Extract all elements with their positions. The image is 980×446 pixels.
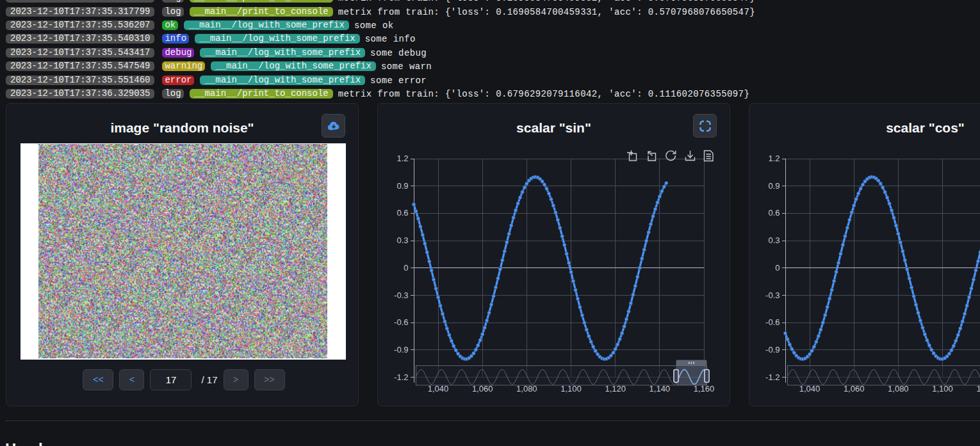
svg-text:0.9: 0.9 [396,181,408,191]
svg-text:1.2: 1.2 [768,154,780,163]
svg-text:1.2: 1.2 [396,154,408,163]
svg-text:1,100: 1,100 [560,384,582,394]
svg-text:-0.6: -0.6 [765,317,780,327]
svg-text:-0.3: -0.3 [394,291,408,300]
svg-text:0.9: 0.9 [768,181,780,191]
svg-text:1,100: 1,100 [932,384,953,394]
svg-text:1,060: 1,060 [844,384,865,394]
svg-text:1,080: 1,080 [516,384,537,394]
svg-text:-1.2: -1.2 [765,372,780,382]
svg-text:-0.9: -0.9 [765,345,780,354]
svg-text:1,120: 1,120 [976,384,980,394]
svg-text:1,060: 1,060 [472,384,493,394]
svg-text:1,160: 1,160 [694,384,715,394]
svg-text:-0.3: -0.3 [765,291,780,300]
svg-text:1,040: 1,040 [428,384,449,394]
svg-text:1,080: 1,080 [888,384,909,394]
svg-text:-0.6: -0.6 [394,317,408,327]
svg-text:0.3: 0.3 [768,235,780,245]
svg-text:0.3: 0.3 [396,235,408,245]
svg-text:-1.2: -1.2 [394,372,408,382]
svg-text:0.6: 0.6 [768,208,780,218]
svg-text:1,120: 1,120 [605,384,626,394]
svg-text:0: 0 [775,263,780,273]
svg-text:0: 0 [404,263,408,273]
svg-text:1,040: 1,040 [799,384,821,394]
svg-text:-0.9: -0.9 [394,345,408,354]
svg-text:1,140: 1,140 [649,384,671,394]
svg-text:0.6: 0.6 [396,208,408,218]
